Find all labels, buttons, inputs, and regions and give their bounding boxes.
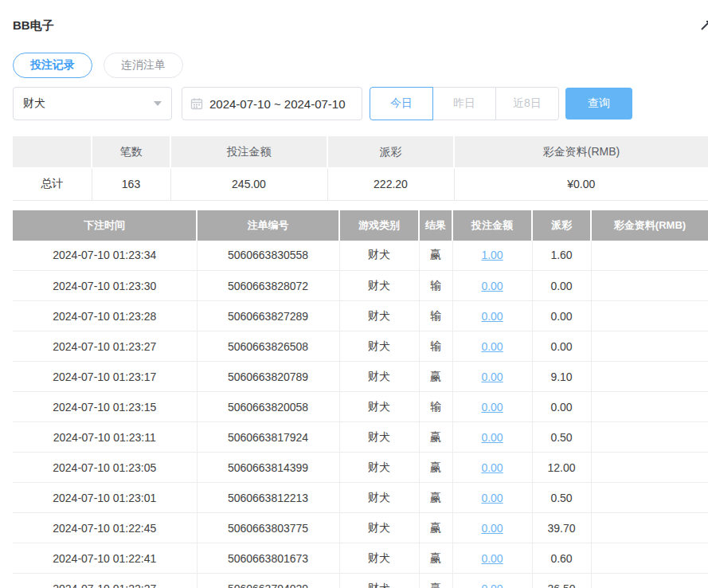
cell-game: 财犬 <box>339 392 419 422</box>
bet-records-page: { "page": { "title": "BB电子" }, "tabs": [… <box>0 0 708 588</box>
cell-time: 2024-07-10 01:22:27 <box>13 574 197 588</box>
table-row: 2024-07-10 01:22:275060663794029财犬赢0.003… <box>13 574 708 588</box>
cell-order-no: 5060663803775 <box>197 513 339 543</box>
summary-total-label: 总计 <box>13 168 92 200</box>
date-range-picker[interactable]: 2024-07-10 ~ 2024-07-10 <box>182 87 362 120</box>
cell-game: 财犬 <box>339 271 419 301</box>
bet-amount-link[interactable]: 0.00 <box>481 431 503 444</box>
cell-payout: 0.50 <box>532 422 591 453</box>
cell-order-no: 5060663820789 <box>197 362 339 392</box>
bet-amount-link[interactable]: 0.00 <box>481 552 503 565</box>
header-payout: 派彩 <box>532 210 591 241</box>
cell-order-no: 5060663820058 <box>197 392 339 422</box>
cell-order-no: 5060663830558 <box>197 241 339 271</box>
bet-amount-link[interactable]: 0.00 <box>481 522 503 535</box>
summary-header-payout: 派彩 <box>327 136 454 168</box>
records-header-row: 下注时间 注单编号 游戏类别 结果 投注金额 派彩 彩金资料(RMB) <box>13 210 708 241</box>
table-row: 2024-07-10 01:23:345060663830558财犬赢1.001… <box>13 241 708 271</box>
summary-header-jackpot: 彩金资料(RMB) <box>454 136 708 168</box>
summary-header-count: 笔数 <box>92 136 170 168</box>
cell-bet: 0.00 <box>452 362 532 392</box>
cell-jackpot <box>591 241 708 271</box>
bet-amount-link[interactable]: 0.00 <box>481 280 503 292</box>
cell-result: 输 <box>419 331 452 362</box>
cell-jackpot <box>591 422 708 453</box>
cell-game: 财犬 <box>339 422 419 453</box>
bet-amount-link[interactable]: 0.00 <box>481 310 503 323</box>
tab-cancelled-orders[interactable]: 连消注单 <box>104 53 183 78</box>
cell-time: 2024-07-10 01:22:45 <box>13 513 197 543</box>
cell-bet: 1.00 <box>452 241 532 271</box>
table-row: 2024-07-10 01:23:275060663826508财犬输0.000… <box>13 331 708 362</box>
bet-amount-link[interactable]: 0.00 <box>481 340 503 353</box>
today-button[interactable]: 今日 <box>370 87 433 120</box>
table-row: 2024-07-10 01:23:115060663817924财犬赢0.000… <box>13 422 708 453</box>
cell-payout: 0.00 <box>532 392 591 422</box>
cell-jackpot <box>591 543 708 574</box>
cell-bet: 0.00 <box>452 453 532 483</box>
cell-result: 赢 <box>419 483 452 513</box>
game-select[interactable]: 财犬 <box>13 87 172 120</box>
table-row: 2024-07-10 01:23:285060663827289财犬输0.000… <box>13 301 708 331</box>
summary-header-blank <box>13 136 92 168</box>
cell-time: 2024-07-10 01:23:15 <box>13 392 197 422</box>
cell-jackpot <box>591 331 708 362</box>
cell-jackpot <box>591 301 708 331</box>
quick-range-group: 今日 昨日 近8日 <box>370 87 559 120</box>
yesterday-button[interactable]: 昨日 <box>432 87 496 120</box>
filter-bar: 财犬 2024-07-10 ~ 2024-07-10 今日 昨日 近8日 查询 <box>13 87 708 120</box>
page-title: BB电子 <box>13 0 708 33</box>
chevron-down-icon <box>154 101 162 106</box>
table-row: 2024-07-10 01:23:155060663820058财犬输0.000… <box>13 392 708 422</box>
table-row: 2024-07-10 01:23:175060663820789财犬赢0.009… <box>13 362 708 392</box>
header-order-number: 注单编号 <box>197 210 339 241</box>
cell-bet: 0.00 <box>452 301 532 331</box>
summary-total-jackpot: ¥0.00 <box>454 168 708 200</box>
cell-payout: 0.00 <box>532 271 591 301</box>
records-table: 下注时间 注单编号 游戏类别 结果 投注金额 派彩 彩金资料(RMB) 2024… <box>13 210 708 588</box>
header-game-category: 游戏类别 <box>339 210 419 241</box>
cell-result: 赢 <box>419 241 452 271</box>
cell-payout: 12.00 <box>532 453 591 483</box>
cell-payout: 1.60 <box>532 241 591 271</box>
cell-time: 2024-07-10 01:23:28 <box>13 301 197 331</box>
table-row: 2024-07-10 01:23:305060663828072财犬输0.000… <box>13 271 708 301</box>
summary-total-payout: 222.20 <box>327 168 454 200</box>
table-row: 2024-07-10 01:22:455060663803775财犬赢0.003… <box>13 513 708 543</box>
record-type-tabs: 投注记录 连消注单 <box>13 53 708 78</box>
cell-bet: 0.00 <box>452 543 532 574</box>
cell-game: 财犬 <box>339 483 419 513</box>
cell-time: 2024-07-10 01:23:05 <box>13 453 197 483</box>
bet-amount-link[interactable]: 0.00 <box>481 492 503 504</box>
last-8-days-button[interactable]: 近8日 <box>495 87 559 120</box>
close-icon[interactable] <box>701 21 708 30</box>
summary-table: 笔数 投注金额 派彩 彩金资料(RMB) 总计 163 245.00 222.2… <box>13 136 708 201</box>
cell-bet: 0.00 <box>452 483 532 513</box>
tab-bet-records[interactable]: 投注记录 <box>13 53 92 78</box>
header-result: 结果 <box>419 210 452 241</box>
cell-result: 输 <box>419 392 452 422</box>
bet-amount-link[interactable]: 0.00 <box>481 401 503 414</box>
cell-game: 财犬 <box>339 543 419 574</box>
bet-amount-link[interactable]: 0.00 <box>481 461 503 474</box>
cell-result: 赢 <box>419 543 452 574</box>
table-row: 2024-07-10 01:22:415060663801673财犬赢0.000… <box>13 543 708 574</box>
cell-game: 财犬 <box>339 301 419 331</box>
cell-order-no: 5060663812213 <box>197 483 339 513</box>
date-range-value: 2024-07-10 ~ 2024-07-10 <box>209 97 346 111</box>
cell-game: 财犬 <box>339 241 419 271</box>
bet-amount-link[interactable]: 0.00 <box>481 582 503 588</box>
cell-result: 输 <box>419 301 452 331</box>
cell-result: 赢 <box>419 574 452 588</box>
bet-amount-link[interactable]: 1.00 <box>481 249 503 261</box>
bet-amount-link[interactable]: 0.00 <box>481 370 503 383</box>
cell-game: 财犬 <box>339 513 419 543</box>
cell-time: 2024-07-10 01:23:01 <box>13 483 197 513</box>
cell-payout: 0.00 <box>532 331 591 362</box>
calendar-icon <box>190 97 203 110</box>
cell-jackpot <box>591 574 708 588</box>
cell-result: 赢 <box>419 362 452 392</box>
search-button[interactable]: 查询 <box>565 88 632 120</box>
table-row: 2024-07-10 01:23:015060663812213财犬赢0.000… <box>13 483 708 513</box>
cell-result: 输 <box>419 271 452 301</box>
